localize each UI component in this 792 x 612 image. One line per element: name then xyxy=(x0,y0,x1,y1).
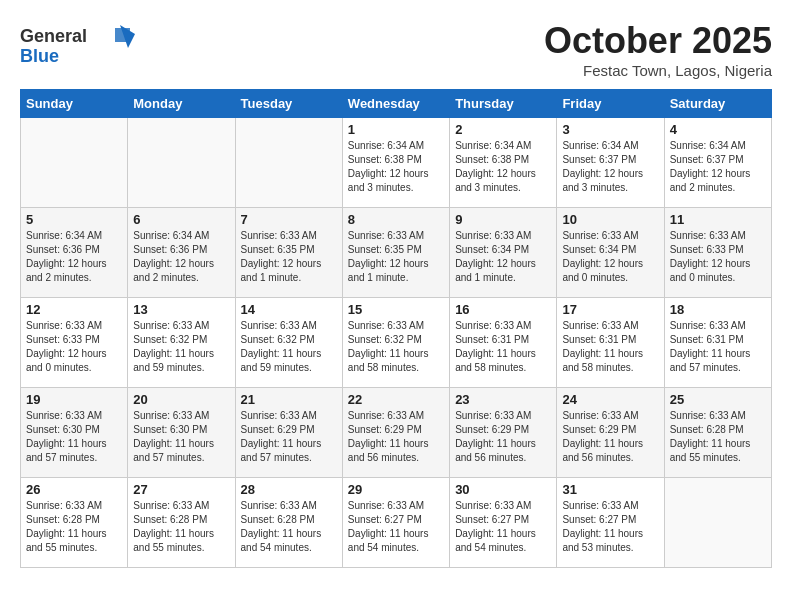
day-number: 7 xyxy=(241,212,337,227)
day-number: 6 xyxy=(133,212,229,227)
page-header: General Blue October 2025 Festac Town, L… xyxy=(20,20,772,79)
day-number: 14 xyxy=(241,302,337,317)
calendar-cell: 16Sunrise: 6:33 AM Sunset: 6:31 PM Dayli… xyxy=(450,298,557,388)
day-info: Sunrise: 6:33 AM Sunset: 6:34 PM Dayligh… xyxy=(455,229,551,285)
calendar-body: 1Sunrise: 6:34 AM Sunset: 6:38 PM Daylig… xyxy=(21,118,772,568)
calendar-table: SundayMondayTuesdayWednesdayThursdayFrid… xyxy=(20,89,772,568)
day-number: 24 xyxy=(562,392,658,407)
weekday-header-thursday: Thursday xyxy=(450,90,557,118)
calendar-cell: 7Sunrise: 6:33 AM Sunset: 6:35 PM Daylig… xyxy=(235,208,342,298)
day-info: Sunrise: 6:33 AM Sunset: 6:32 PM Dayligh… xyxy=(133,319,229,375)
calendar-cell: 15Sunrise: 6:33 AM Sunset: 6:32 PM Dayli… xyxy=(342,298,449,388)
day-number: 19 xyxy=(26,392,122,407)
day-number: 28 xyxy=(241,482,337,497)
calendar-cell: 20Sunrise: 6:33 AM Sunset: 6:30 PM Dayli… xyxy=(128,388,235,478)
calendar-cell: 17Sunrise: 6:33 AM Sunset: 6:31 PM Dayli… xyxy=(557,298,664,388)
day-number: 18 xyxy=(670,302,766,317)
calendar-week-row: 26Sunrise: 6:33 AM Sunset: 6:28 PM Dayli… xyxy=(21,478,772,568)
day-number: 27 xyxy=(133,482,229,497)
day-number: 13 xyxy=(133,302,229,317)
day-info: Sunrise: 6:33 AM Sunset: 6:31 PM Dayligh… xyxy=(455,319,551,375)
calendar-week-row: 12Sunrise: 6:33 AM Sunset: 6:33 PM Dayli… xyxy=(21,298,772,388)
day-number: 30 xyxy=(455,482,551,497)
calendar-cell xyxy=(128,118,235,208)
day-number: 22 xyxy=(348,392,444,407)
calendar-week-row: 1Sunrise: 6:34 AM Sunset: 6:38 PM Daylig… xyxy=(21,118,772,208)
calendar-cell: 11Sunrise: 6:33 AM Sunset: 6:33 PM Dayli… xyxy=(664,208,771,298)
weekday-header-wednesday: Wednesday xyxy=(342,90,449,118)
calendar-cell: 4Sunrise: 6:34 AM Sunset: 6:37 PM Daylig… xyxy=(664,118,771,208)
day-number: 21 xyxy=(241,392,337,407)
day-info: Sunrise: 6:33 AM Sunset: 6:31 PM Dayligh… xyxy=(670,319,766,375)
day-info: Sunrise: 6:33 AM Sunset: 6:28 PM Dayligh… xyxy=(241,499,337,555)
calendar-cell: 28Sunrise: 6:33 AM Sunset: 6:28 PM Dayli… xyxy=(235,478,342,568)
day-number: 25 xyxy=(670,392,766,407)
day-number: 17 xyxy=(562,302,658,317)
calendar-cell: 14Sunrise: 6:33 AM Sunset: 6:32 PM Dayli… xyxy=(235,298,342,388)
calendar-week-row: 5Sunrise: 6:34 AM Sunset: 6:36 PM Daylig… xyxy=(21,208,772,298)
day-info: Sunrise: 6:34 AM Sunset: 6:36 PM Dayligh… xyxy=(133,229,229,285)
day-info: Sunrise: 6:33 AM Sunset: 6:29 PM Dayligh… xyxy=(348,409,444,465)
day-info: Sunrise: 6:33 AM Sunset: 6:29 PM Dayligh… xyxy=(241,409,337,465)
calendar-cell: 8Sunrise: 6:33 AM Sunset: 6:35 PM Daylig… xyxy=(342,208,449,298)
day-info: Sunrise: 6:34 AM Sunset: 6:37 PM Dayligh… xyxy=(562,139,658,195)
day-info: Sunrise: 6:33 AM Sunset: 6:35 PM Dayligh… xyxy=(348,229,444,285)
day-number: 15 xyxy=(348,302,444,317)
calendar-cell: 24Sunrise: 6:33 AM Sunset: 6:29 PM Dayli… xyxy=(557,388,664,478)
calendar-cell: 21Sunrise: 6:33 AM Sunset: 6:29 PM Dayli… xyxy=(235,388,342,478)
weekday-header-monday: Monday xyxy=(128,90,235,118)
day-info: Sunrise: 6:33 AM Sunset: 6:30 PM Dayligh… xyxy=(133,409,229,465)
calendar-week-row: 19Sunrise: 6:33 AM Sunset: 6:30 PM Dayli… xyxy=(21,388,772,478)
day-info: Sunrise: 6:33 AM Sunset: 6:28 PM Dayligh… xyxy=(26,499,122,555)
weekday-header-tuesday: Tuesday xyxy=(235,90,342,118)
day-number: 8 xyxy=(348,212,444,227)
weekday-header-friday: Friday xyxy=(557,90,664,118)
day-info: Sunrise: 6:33 AM Sunset: 6:30 PM Dayligh… xyxy=(26,409,122,465)
day-info: Sunrise: 6:33 AM Sunset: 6:32 PM Dayligh… xyxy=(241,319,337,375)
day-info: Sunrise: 6:34 AM Sunset: 6:37 PM Dayligh… xyxy=(670,139,766,195)
svg-text:General: General xyxy=(20,26,87,46)
calendar-cell: 29Sunrise: 6:33 AM Sunset: 6:27 PM Dayli… xyxy=(342,478,449,568)
calendar-cell: 18Sunrise: 6:33 AM Sunset: 6:31 PM Dayli… xyxy=(664,298,771,388)
calendar-cell: 2Sunrise: 6:34 AM Sunset: 6:38 PM Daylig… xyxy=(450,118,557,208)
calendar-cell: 6Sunrise: 6:34 AM Sunset: 6:36 PM Daylig… xyxy=(128,208,235,298)
calendar-cell: 26Sunrise: 6:33 AM Sunset: 6:28 PM Dayli… xyxy=(21,478,128,568)
day-number: 20 xyxy=(133,392,229,407)
day-info: Sunrise: 6:33 AM Sunset: 6:33 PM Dayligh… xyxy=(670,229,766,285)
title-block: October 2025 Festac Town, Lagos, Nigeria xyxy=(544,20,772,79)
calendar-cell: 25Sunrise: 6:33 AM Sunset: 6:28 PM Dayli… xyxy=(664,388,771,478)
day-info: Sunrise: 6:33 AM Sunset: 6:34 PM Dayligh… xyxy=(562,229,658,285)
day-number: 5 xyxy=(26,212,122,227)
day-number: 1 xyxy=(348,122,444,137)
day-number: 10 xyxy=(562,212,658,227)
weekday-header-saturday: Saturday xyxy=(664,90,771,118)
calendar-cell xyxy=(235,118,342,208)
day-number: 2 xyxy=(455,122,551,137)
calendar-cell: 1Sunrise: 6:34 AM Sunset: 6:38 PM Daylig… xyxy=(342,118,449,208)
day-info: Sunrise: 6:33 AM Sunset: 6:28 PM Dayligh… xyxy=(670,409,766,465)
calendar-cell: 19Sunrise: 6:33 AM Sunset: 6:30 PM Dayli… xyxy=(21,388,128,478)
day-info: Sunrise: 6:33 AM Sunset: 6:27 PM Dayligh… xyxy=(455,499,551,555)
day-number: 12 xyxy=(26,302,122,317)
day-info: Sunrise: 6:33 AM Sunset: 6:32 PM Dayligh… xyxy=(348,319,444,375)
calendar-header-row: SundayMondayTuesdayWednesdayThursdayFrid… xyxy=(21,90,772,118)
day-number: 31 xyxy=(562,482,658,497)
day-info: Sunrise: 6:33 AM Sunset: 6:29 PM Dayligh… xyxy=(562,409,658,465)
day-number: 26 xyxy=(26,482,122,497)
day-number: 16 xyxy=(455,302,551,317)
day-number: 3 xyxy=(562,122,658,137)
calendar-cell: 22Sunrise: 6:33 AM Sunset: 6:29 PM Dayli… xyxy=(342,388,449,478)
month-title: October 2025 xyxy=(544,20,772,62)
logo-text: General Blue xyxy=(20,20,140,74)
calendar-cell: 27Sunrise: 6:33 AM Sunset: 6:28 PM Dayli… xyxy=(128,478,235,568)
day-number: 11 xyxy=(670,212,766,227)
calendar-cell xyxy=(21,118,128,208)
calendar-cell: 13Sunrise: 6:33 AM Sunset: 6:32 PM Dayli… xyxy=(128,298,235,388)
calendar-cell: 9Sunrise: 6:33 AM Sunset: 6:34 PM Daylig… xyxy=(450,208,557,298)
day-number: 23 xyxy=(455,392,551,407)
day-info: Sunrise: 6:33 AM Sunset: 6:33 PM Dayligh… xyxy=(26,319,122,375)
day-info: Sunrise: 6:33 AM Sunset: 6:31 PM Dayligh… xyxy=(562,319,658,375)
logo: General Blue xyxy=(20,20,140,74)
calendar-cell: 31Sunrise: 6:33 AM Sunset: 6:27 PM Dayli… xyxy=(557,478,664,568)
calendar-cell: 23Sunrise: 6:33 AM Sunset: 6:29 PM Dayli… xyxy=(450,388,557,478)
